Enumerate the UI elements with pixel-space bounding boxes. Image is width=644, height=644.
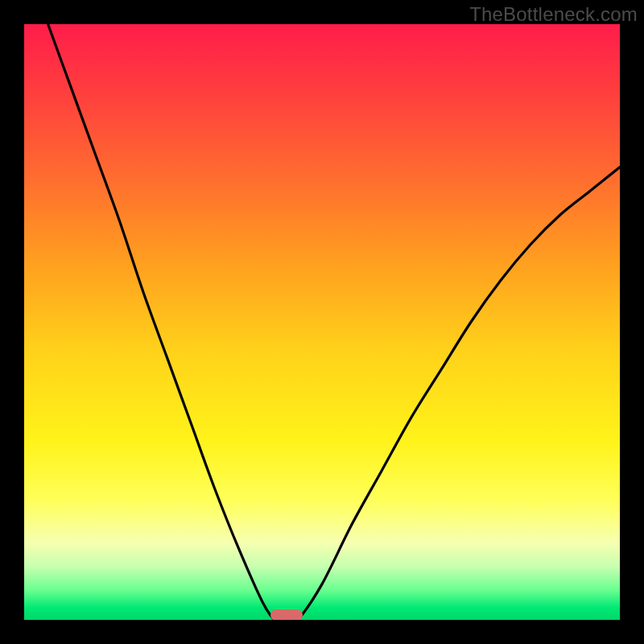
plot-area [24,24,620,620]
bottleneck-curve [24,24,620,620]
optimal-marker [270,609,303,620]
curve-path [48,24,620,620]
watermark-text: TheBottleneck.com [469,3,638,26]
chart-frame: TheBottleneck.com [0,0,644,644]
